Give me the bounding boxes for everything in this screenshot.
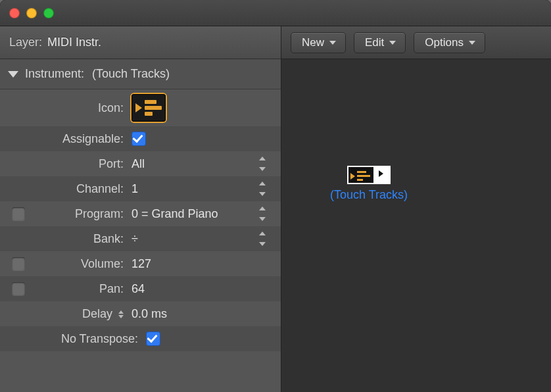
layer-selector[interactable]: Layer: MIDI Instr. [0,26,281,59]
chevron-down-icon [329,41,336,45]
edit-menu-label: Edit [365,36,384,49]
window-zoom-button[interactable] [43,8,54,18]
prop-channel-row: Channel: 1 [0,176,281,201]
prop-bank-label: Bank: [37,232,128,246]
prop-delay-label: Delay [37,307,128,321]
prop-pan-label: Pan: [37,282,128,296]
touch-tracks-object-label: (Touch Tracks) [330,188,408,202]
new-menu-label: New [302,36,324,49]
window-titlebar [0,0,551,26]
prop-bank-row: Bank: ÷ [0,226,281,251]
prop-port-value[interactable]: All [128,157,274,171]
delay-mode-stepper[interactable] [118,310,124,318]
prop-assignable-label: Assignable: [37,132,128,146]
environment-canvas[interactable]: (Touch Tracks) [281,59,551,392]
icon-preview[interactable] [132,94,166,122]
prop-assignable-row: Assignable: [0,126,281,151]
options-menu[interactable]: Options [414,32,485,53]
property-list: Icon: Assignable: Port: All [0,89,281,392]
prop-delay-label-text: Delay [82,307,112,320]
prop-pan-row: Pan: 64 [0,276,281,301]
environment-toolbar: New Edit Options [281,26,551,59]
chevron-down-icon [469,41,475,45]
environment-canvas-panel: New Edit Options [281,26,551,392]
disclosure-triangle-icon [8,71,18,78]
channel-stepper[interactable] [258,182,266,196]
options-menu-label: Options [425,36,464,49]
prop-program-value[interactable]: 0 = Grand Piano [128,207,274,221]
prop-volume-value[interactable]: 127 [128,257,274,271]
prop-port-label: Port: [37,157,128,171]
volume-enable-checkbox[interactable] [12,257,25,270]
output-port-icon [375,166,391,184]
chevron-down-icon [389,41,396,45]
prop-icon-label: Icon: [37,101,128,115]
prop-volume-row: Volume: 127 [0,251,281,276]
layer-value: MIDI Instr. [47,36,101,49]
instrument-value: (Touch Tracks) [92,67,170,81]
prop-program-label: Program: [37,207,128,221]
assignable-checkbox[interactable] [132,132,146,146]
prop-notranspose-row: No Transpose: [0,326,281,351]
prop-notranspose-label: No Transpose: [37,332,142,346]
prop-port-row: Port: All [0,151,281,176]
bank-stepper[interactable] [258,232,266,246]
sequence-icon [347,166,375,184]
touch-tracks-object[interactable]: (Touch Tracks) [330,166,408,202]
pan-enable-checkbox[interactable] [12,282,25,295]
app-window: Layer: MIDI Instr. Instrument: (Touch Tr… [0,0,551,392]
prop-bank-value[interactable]: ÷ [128,232,274,246]
prop-channel-label: Channel: [37,182,128,196]
window-minimize-button[interactable] [26,8,37,18]
notranspose-checkbox[interactable] [146,331,160,346]
prop-program-row: Program: 0 = Grand Piano [0,201,281,226]
prop-pan-value[interactable]: 64 [128,282,274,296]
touch-tracks-object-icon [330,166,408,184]
port-stepper[interactable] [258,157,266,171]
window-close-button[interactable] [9,8,20,18]
prop-delay-value[interactable]: 0.0 ms [128,307,274,321]
prop-channel-value[interactable]: 1 [128,182,274,196]
instrument-label: Instrument: [25,67,84,81]
layer-label: Layer: [9,36,42,49]
program-enable-checkbox[interactable] [12,207,25,220]
program-stepper[interactable] [258,207,266,221]
inspector-sidebar: Layer: MIDI Instr. Instrument: (Touch Tr… [0,26,281,392]
instrument-disclosure[interactable]: Instrument: (Touch Tracks) [0,59,281,89]
prop-volume-label: Volume: [37,257,128,271]
prop-delay-row: Delay 0.0 ms [0,301,281,326]
new-menu[interactable]: New [291,32,346,53]
prop-icon-row: Icon: [0,89,281,126]
edit-menu[interactable]: Edit [354,32,406,53]
window-content: Layer: MIDI Instr. Instrument: (Touch Tr… [0,26,551,392]
